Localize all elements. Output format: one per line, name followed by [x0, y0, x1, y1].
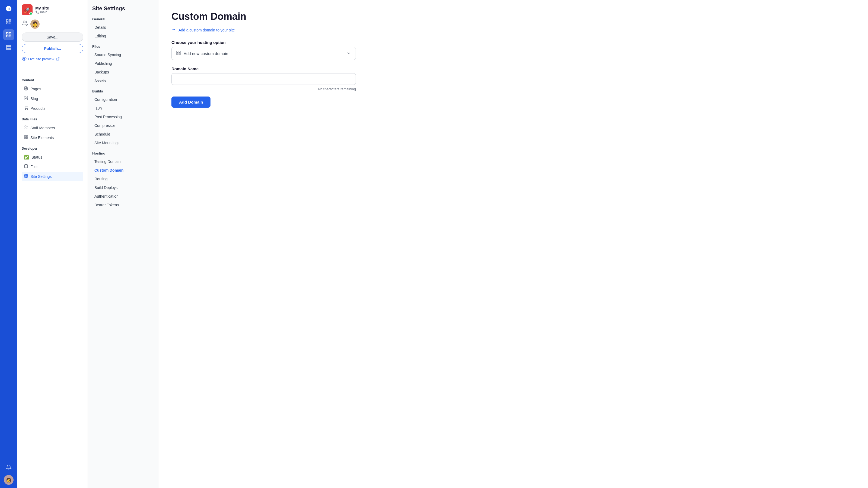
developer-section-label: Developer [22, 147, 83, 151]
svg-point-11 [23, 21, 25, 23]
domain-input-group [172, 73, 356, 85]
svg-rect-21 [24, 137, 26, 139]
chevron-down-icon [346, 51, 351, 56]
svg-point-16 [25, 109, 26, 109]
add-domain-button[interactable]: Add Domain [172, 97, 211, 108]
select-placeholder: Add new custom domain [184, 51, 228, 56]
char-count: 62 characters remaining [172, 87, 356, 91]
blog-label: Blog [30, 97, 38, 101]
hosting-option-label: Choose your hosting option [172, 40, 356, 45]
icon-bar: 👩 [0, 0, 18, 488]
menu-item-custom-domain[interactable]: Custom Domain [92, 166, 154, 174]
data-icon[interactable] [3, 42, 14, 53]
menu-item-post-processing[interactable]: Post Processing [92, 113, 154, 121]
help-link-text: Add a custom domain to your site [179, 28, 235, 32]
svg-rect-3 [9, 22, 11, 24]
svg-point-17 [27, 109, 28, 109]
svg-rect-4 [6, 23, 8, 24]
menu-item-assets[interactable]: Assets [92, 77, 154, 85]
svg-rect-27 [179, 54, 180, 55]
svg-rect-5 [6, 33, 8, 34]
pages-label: Pages [30, 87, 41, 91]
blog-icon [24, 96, 28, 101]
svg-rect-1 [6, 20, 8, 22]
help-link[interactable]: Add a custom domain to your site [172, 28, 855, 33]
svg-rect-19 [24, 135, 26, 137]
elements-label: Site Elements [30, 135, 54, 140]
hosting-select-wrapper: Add new custom domain [172, 47, 356, 60]
save-button[interactable]: Save... [22, 33, 83, 42]
domain-name-label: Domain Name [172, 66, 356, 71]
sidebar-item-staff[interactable]: Staff Members [22, 123, 83, 133]
menu-item-details[interactable]: Details [92, 23, 154, 31]
site-icon: 🚀 [22, 4, 33, 15]
staff-icon [24, 125, 28, 131]
staff-label: Staff Members [30, 126, 55, 130]
panel-title: Site Settings [92, 5, 154, 12]
svg-point-10 [36, 10, 37, 12]
svg-rect-22 [26, 137, 28, 139]
files-label: Files [30, 165, 38, 169]
data-files-section-label: Data Files [22, 118, 83, 121]
files-heading: Files [92, 44, 154, 48]
user-avatar: 👩 [30, 20, 40, 29]
sidebar-item-blog[interactable]: Blog [22, 94, 83, 103]
grid-icon[interactable] [3, 29, 14, 40]
settings-gear-icon [24, 174, 28, 179]
site-settings-label: Site Settings [30, 174, 52, 178]
menu-item-testing-domain[interactable]: Testing Domain [92, 158, 154, 166]
app-logo-icon[interactable] [3, 3, 14, 14]
domain-name-input[interactable] [172, 73, 356, 85]
menu-item-source-syncing[interactable]: Source Syncing [92, 51, 154, 59]
elements-icon [24, 135, 28, 140]
live-preview-link[interactable]: Live site preview [22, 55, 83, 62]
svg-point-9 [38, 12, 39, 13]
site-name: My site [35, 6, 49, 10]
svg-line-13 [58, 58, 59, 59]
menu-item-backups[interactable]: Backups [92, 68, 154, 76]
svg-rect-24 [177, 51, 178, 52]
menu-item-configuration[interactable]: Configuration [92, 95, 154, 104]
sidebar-item-elements[interactable]: Site Elements [22, 133, 83, 142]
left-sidebar: 🚀 My site main 👩 Save... Publish... Live… [18, 0, 88, 488]
svg-rect-20 [26, 135, 28, 137]
group-icon [22, 20, 28, 28]
github-icon [24, 164, 28, 169]
site-branch: main [35, 10, 49, 14]
hosting-select[interactable]: Add new custom domain [172, 47, 356, 60]
menu-item-i18n[interactable]: I18n [92, 104, 154, 112]
active-status-dot [29, 12, 33, 15]
menu-item-publishing[interactable]: Publishing [92, 59, 154, 67]
svg-point-23 [26, 175, 27, 176]
menu-item-editing[interactable]: Editing [92, 32, 154, 40]
sidebar-item-site-settings[interactable]: Site Settings [22, 172, 83, 181]
content-section-label: Content [22, 78, 83, 82]
sidebar-item-pages[interactable]: Pages [22, 84, 83, 94]
products-icon [24, 106, 28, 111]
menu-item-schedule[interactable]: Schedule [92, 130, 154, 138]
menu-item-authentication[interactable]: Authentication [92, 192, 154, 200]
menu-item-site-mountings[interactable]: Site Mountings [92, 139, 154, 147]
builds-heading: Builds [92, 89, 154, 93]
bell-icon[interactable] [3, 462, 14, 473]
status-check-icon: ✅ [24, 155, 29, 160]
publish-button[interactable]: Publish... [22, 44, 83, 53]
user-avatar-icon[interactable]: 👩 [4, 475, 13, 485]
sidebar-item-status[interactable]: ✅ Status [22, 153, 83, 162]
svg-point-18 [25, 126, 26, 127]
menu-item-bearer-tokens[interactable]: Bearer Tokens [92, 201, 154, 209]
sidebar-item-files[interactable]: Files [22, 162, 83, 171]
menu-item-build-deploys[interactable]: Build Deploys [92, 184, 154, 192]
sidebar-item-products[interactable]: Products [22, 104, 83, 113]
menu-item-routing[interactable]: Routing [92, 175, 154, 183]
products-label: Products [30, 106, 45, 110]
sidebar-header: 🚀 My site main [22, 4, 83, 15]
svg-point-12 [24, 58, 25, 60]
layout-icon[interactable] [3, 16, 14, 27]
user-row: 👩 [22, 20, 83, 29]
pages-icon [24, 86, 28, 92]
middle-panel: Site Settings General Details Editing Fi… [88, 0, 158, 488]
menu-item-compressor[interactable]: Compressor [92, 122, 154, 130]
svg-rect-8 [9, 35, 11, 37]
svg-rect-25 [179, 51, 180, 52]
